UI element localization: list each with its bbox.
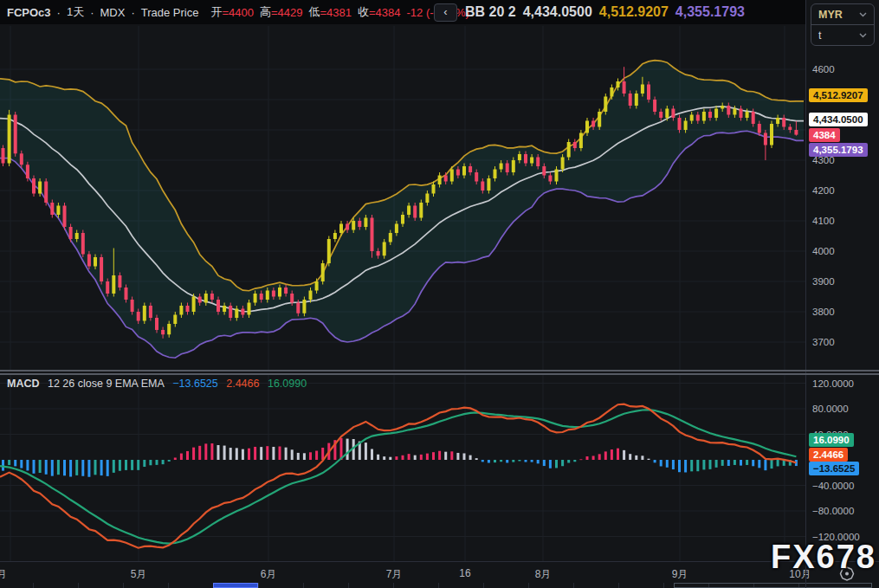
- axis-price-badge: 2.4466: [809, 448, 848, 462]
- close-value: 4384: [376, 6, 401, 19]
- macd-signal-value: 16.0990: [268, 378, 307, 390]
- currency-selector[interactable]: MYR: [811, 4, 874, 25]
- high-label: 高: [260, 4, 271, 20]
- axis-price-badge: 4,434.0500: [809, 113, 868, 126]
- separator-dot: ·: [131, 6, 134, 19]
- scrollbar-highlight-cell[interactable]: [213, 583, 258, 588]
- axis-tick-label: 3800: [812, 307, 835, 317]
- bb-toolbar: ‹ BB 20 2 4,434.0500 4,512.9207 4,355.17…: [434, 0, 745, 24]
- scrollbar-cell-divider: [528, 583, 529, 588]
- time-axis-label: 7月: [386, 567, 403, 582]
- macd-pane[interactable]: [0, 375, 805, 561]
- close-label: 收: [358, 4, 369, 20]
- bb-upper-value: 4,512.9207: [599, 4, 669, 20]
- bottom-scrollbar[interactable]: [0, 583, 879, 588]
- axis-tick-label: 120.0000: [812, 378, 854, 389]
- macd-line-value: 2.4466: [226, 378, 259, 390]
- scrollbar-cell-divider: [348, 583, 349, 588]
- time-axis-label: 5月: [131, 567, 147, 582]
- scrollbar-cell-divider: [78, 583, 79, 588]
- axis-tick-label: 4000: [812, 246, 835, 256]
- scrollbar-cell-divider: [663, 583, 664, 588]
- unit-label: t: [818, 29, 821, 42]
- axis-unit-controls: MYR t: [811, 3, 875, 46]
- scrollbar-cell-divider: [168, 583, 169, 588]
- chevron-down-icon: [859, 12, 867, 17]
- pane-divider[interactable]: [0, 370, 879, 375]
- low-label: 低: [308, 4, 320, 20]
- exchange-label: MDX: [100, 6, 126, 19]
- axis-tick-label: 80.0000: [812, 404, 849, 414]
- price-axis-scale[interactable]: 46004300420041004000390038003700120.0000…: [805, 0, 879, 588]
- time-axis-label: 月: [0, 567, 7, 582]
- axis-price-badge: −13.6525: [809, 462, 859, 475]
- time-axis-label: 9月: [672, 567, 688, 582]
- bb-indicator-title[interactable]: BB 20 2: [465, 4, 516, 20]
- axis-price-badge: 16.0990: [809, 433, 854, 447]
- time-axis-label: 6月: [261, 567, 277, 582]
- axis-tick-label: 4600: [812, 64, 835, 74]
- series-type-label: Trade Price: [141, 6, 199, 19]
- separator-dot: ·: [57, 6, 61, 19]
- time-axis-label: 16: [459, 567, 470, 579]
- scrollbar-cell-divider: [123, 583, 124, 588]
- back-chevron-button[interactable]: ‹: [434, 3, 457, 22]
- axis-tick-label: −40.0000: [812, 481, 854, 491]
- scrollbar-cell-divider: [303, 583, 304, 588]
- currency-label: MYR: [818, 9, 843, 21]
- separator-dot: ·: [90, 6, 94, 19]
- axis-tick-label: −120.0000: [812, 532, 860, 542]
- scrollbar-cell-divider: [258, 583, 259, 588]
- high-value: 4429: [278, 6, 303, 19]
- scrollbar-cell-divider: [573, 583, 574, 588]
- chart-window: FCPOc3 · 1天 · MDX · Trade Price 开=4400 高…: [0, 0, 879, 588]
- scrollbar-cell-divider: [393, 583, 394, 588]
- chevron-down-icon: [859, 33, 867, 38]
- axis-tick-label: 3700: [812, 337, 835, 347]
- open-value: 4400: [229, 6, 254, 19]
- low-value: 4381: [326, 6, 352, 19]
- time-axis-label: 8月: [535, 567, 552, 582]
- unit-selector[interactable]: t: [811, 25, 874, 45]
- time-axis-scale[interactable]: 月5月6月7月168月9月10月: [0, 561, 879, 588]
- interval-label[interactable]: 1天: [67, 4, 84, 20]
- scrollbar-cell-divider: [483, 583, 484, 588]
- axis-tick-label: 3900: [812, 276, 835, 287]
- axis-price-badge: 4,512.9207: [809, 88, 868, 102]
- axis-tick-label: 4100: [812, 216, 835, 226]
- bb-lower-value: 4,355.1793: [675, 4, 745, 20]
- scrollbar-cell-divider: [33, 583, 34, 588]
- open-label: 开: [210, 4, 222, 20]
- axis-price-badge: 4,355.1793: [809, 143, 868, 157]
- macd-params: 12 26 close 9 EMA EMA: [48, 378, 165, 390]
- axis-price-badge: 4384: [809, 128, 840, 142]
- price-pane[interactable]: [0, 26, 805, 370]
- macd-title[interactable]: MACD: [7, 378, 40, 390]
- bb-basis-value: 4,434.0500: [523, 4, 592, 20]
- macd-hist-value: −13.6525: [172, 378, 217, 390]
- symbol-name[interactable]: FCPOc3: [7, 6, 51, 19]
- scrollbar-cell-divider: [618, 583, 619, 588]
- axis-tick-label: −80.0000: [812, 506, 854, 516]
- scrollbar-cell-divider: [438, 583, 439, 588]
- macd-header: MACD 12 26 close 9 EMA EMA −13.6525 2.44…: [7, 378, 312, 390]
- axis-tick-label: 4300: [812, 155, 835, 165]
- axis-tick-label: 4200: [812, 185, 835, 196]
